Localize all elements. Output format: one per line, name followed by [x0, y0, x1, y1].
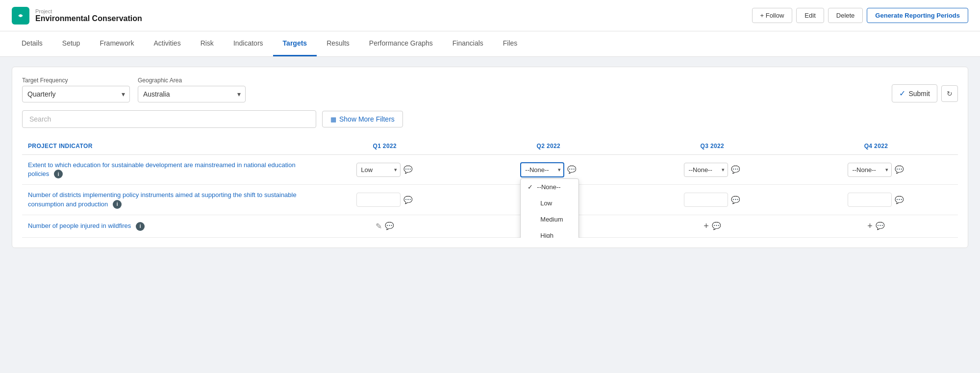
q3-comment-icon-3[interactable]: 💬 — [712, 222, 721, 230]
dropdown-option-none[interactable]: ✓ --None-- — [521, 179, 578, 195]
q4-input-2[interactable] — [848, 193, 892, 207]
show-more-filters-label: Show More Filters — [339, 115, 395, 123]
q2-inner-1: --None-- Low Medium High ✓ — [473, 162, 625, 177]
q1-cell-1: --None-- Low Medium High 💬 — [303, 155, 467, 185]
project-label: Project — [35, 8, 142, 14]
indicator-link-3[interactable]: Number of people injured in wildfires — [28, 222, 131, 229]
dropdown-option-medium[interactable]: Medium — [521, 211, 578, 227]
col-q2: Q2 2022 — [467, 138, 630, 155]
q4-select-wrapper-1: --None-- Low Medium High — [848, 163, 892, 177]
q4-inner-3: + 💬 — [800, 221, 952, 231]
info-icon-2[interactable]: i — [113, 200, 122, 209]
table-row: Extent to which education for sustainabl… — [22, 155, 958, 185]
q1-pencil-icon-3[interactable]: ✎ — [376, 222, 382, 231]
target-frequency-select[interactable]: Quarterly Monthly Annually Semi-Annually — [22, 86, 130, 102]
q4-plus-icon-3[interactable]: + — [867, 221, 873, 231]
q3-comment-icon-2[interactable]: 💬 — [731, 196, 740, 204]
refresh-button[interactable]: ↻ — [941, 85, 958, 102]
generate-reporting-button[interactable]: Generate Reporting Periods — [867, 8, 968, 23]
q1-select-1[interactable]: --None-- Low Medium High — [356, 163, 401, 177]
q3-cell-1: --None-- Low Medium High 💬 — [630, 155, 794, 185]
q4-comment-icon-2[interactable]: 💬 — [895, 196, 904, 204]
targets-table-container: PROJECT INDICATOR Q1 2022 Q2 2022 Q3 202… — [22, 138, 958, 238]
q4-select-1[interactable]: --None-- Low Medium High — [848, 163, 892, 177]
q3-select-1[interactable]: --None-- Low Medium High — [684, 163, 728, 177]
option-label: Low — [540, 199, 552, 207]
tab-risk[interactable]: Risk — [191, 31, 224, 56]
geographic-area-wrapper: Australia Global Africa Asia — [138, 86, 246, 102]
project-logo — [12, 7, 29, 25]
submit-button[interactable]: ✓ Submit — [892, 84, 937, 102]
target-frequency-label: Target Frequency — [22, 77, 130, 84]
header-left: Project Environmental Conservation — [12, 7, 142, 25]
edit-button[interactable]: Edit — [796, 8, 824, 23]
tab-performance-graphs[interactable]: Performance Graphs — [359, 31, 443, 56]
indicator-cell-3: Number of people injured in wildfires i — [22, 215, 303, 237]
q3-select-wrapper-1: --None-- Low Medium High — [684, 163, 728, 177]
refresh-icon: ↻ — [947, 90, 953, 98]
tab-financials[interactable]: Financials — [443, 31, 493, 56]
option-label: --None-- — [537, 183, 560, 191]
table-header-row: PROJECT INDICATOR Q1 2022 Q2 2022 Q3 202… — [22, 138, 958, 155]
tab-activities[interactable]: Activities — [144, 31, 190, 56]
indicator-link-2[interactable]: Number of districts implementing policy … — [28, 191, 297, 207]
tab-framework[interactable]: Framework — [90, 31, 144, 56]
q2-comment-icon-1[interactable]: 💬 — [567, 165, 577, 174]
geographic-area-label: Geographic Area — [138, 77, 246, 84]
table-row: Number of districts implementing policy … — [22, 185, 958, 215]
target-frequency-group: Target Frequency Quarterly Monthly Annua… — [22, 77, 130, 102]
submit-label: Submit — [908, 90, 930, 98]
q1-comment-icon-2[interactable]: 💬 — [403, 196, 413, 204]
geographic-area-select[interactable]: Australia Global Africa Asia — [138, 86, 246, 102]
col-q3: Q3 2022 — [630, 138, 794, 155]
q4-cell-3: + 💬 — [794, 215, 958, 237]
show-more-filters-button[interactable]: ▦ Show More Filters — [322, 111, 403, 127]
info-icon-1[interactable]: i — [54, 170, 63, 178]
tab-details[interactable]: Details — [12, 31, 52, 56]
follow-button[interactable]: + Follow — [752, 8, 793, 23]
q1-cell-2: 💬 — [303, 185, 467, 215]
search-row: ▦ Show More Filters — [22, 110, 958, 128]
q4-comment-icon-1[interactable]: 💬 — [895, 165, 904, 174]
page-header: Project Environmental Conservation + Fol… — [0, 0, 980, 31]
dropdown-option-high[interactable]: High — [521, 227, 578, 238]
q3-cell-3: + 💬 — [630, 215, 794, 237]
q1-inner-1: --None-- Low Medium High 💬 — [309, 163, 461, 177]
q2-select-1[interactable]: --None-- Low Medium High — [520, 162, 564, 177]
q3-comment-icon-1[interactable]: 💬 — [731, 165, 740, 174]
q1-input-2[interactable] — [356, 193, 401, 207]
tab-files[interactable]: Files — [493, 31, 528, 56]
tab-indicators[interactable]: Indicators — [224, 31, 273, 56]
delete-button[interactable]: Delete — [828, 8, 863, 23]
q1-select-wrapper-1: --None-- Low Medium High — [356, 163, 401, 177]
q3-input-2[interactable] — [684, 193, 728, 207]
tab-targets[interactable]: Targets — [273, 31, 317, 56]
q4-comment-icon-3[interactable]: 💬 — [876, 222, 885, 230]
indicator-link-1[interactable]: Extent to which education for sustainabl… — [28, 161, 296, 177]
q3-plus-icon-3[interactable]: + — [704, 221, 709, 231]
q3-cell-2: 💬 — [630, 185, 794, 215]
q4-cell-1: --None-- Low Medium High 💬 — [794, 155, 958, 185]
svg-point-1 — [20, 14, 22, 17]
q1-inner-2: 💬 — [309, 193, 461, 207]
tab-results[interactable]: Results — [317, 31, 359, 56]
indicator-cell-2: Number of districts implementing policy … — [22, 185, 303, 215]
q1-comment-icon-1[interactable]: 💬 — [403, 165, 413, 174]
filters-right: ✓ Submit ↻ — [892, 84, 958, 102]
geographic-area-group: Geographic Area Australia Global Africa … — [138, 77, 246, 102]
target-frequency-wrapper: Quarterly Monthly Annually Semi-Annually — [22, 86, 130, 102]
funnel-icon: ▦ — [330, 116, 336, 123]
tab-setup[interactable]: Setup — [52, 31, 90, 56]
q2-cell-1: --None-- Low Medium High ✓ — [467, 155, 630, 185]
table-row: Number of people injured in wildfires i … — [22, 215, 958, 237]
navigation-tabs: Details Setup Framework Activities Risk … — [0, 31, 980, 57]
dropdown-option-low[interactable]: Low — [521, 195, 578, 211]
project-name: Environmental Conservation — [35, 14, 142, 23]
q4-cell-2: 💬 — [794, 185, 958, 215]
filters-row: Target Frequency Quarterly Monthly Annua… — [22, 77, 958, 102]
q1-comment-icon-3[interactable]: 💬 — [385, 222, 394, 230]
q2-dropdown-1: ✓ --None-- Low — [520, 178, 579, 238]
search-input[interactable] — [22, 110, 316, 128]
info-icon-3[interactable]: i — [136, 222, 145, 231]
q3-inner-3: + 💬 — [636, 221, 788, 231]
